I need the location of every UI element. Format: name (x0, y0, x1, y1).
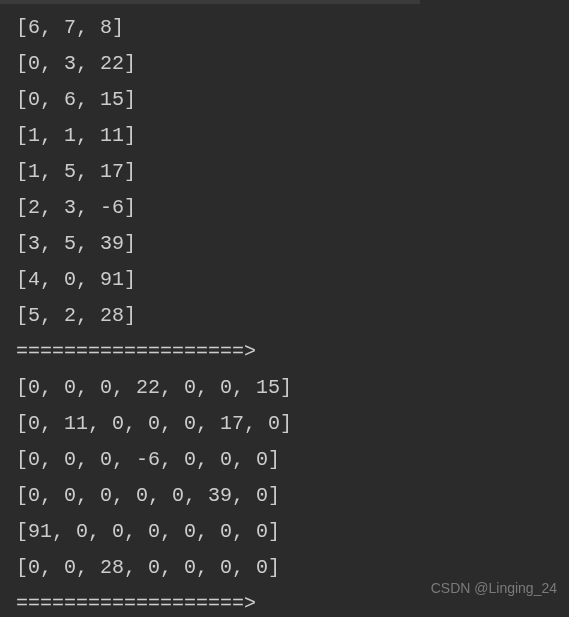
output-line: [6, 7, 8] (16, 10, 553, 46)
output-line: [3, 5, 39] (16, 226, 553, 262)
output-line: [0, 6, 15] (16, 82, 553, 118)
output-line: [0, 3, 22] (16, 46, 553, 82)
output-line: [0, 11, 0, 0, 0, 17, 0] (16, 406, 553, 442)
watermark-text: CSDN @Linging_24 (431, 576, 557, 601)
top-bar (0, 0, 420, 4)
output-line: [91, 0, 0, 0, 0, 0, 0] (16, 514, 553, 550)
output-line: [4, 0, 91] (16, 262, 553, 298)
output-line: [5, 2, 28] (16, 298, 553, 334)
output-line: ===================> (16, 334, 553, 370)
console-output: [6, 7, 8] [0, 3, 22] [0, 6, 15] [1, 1, 1… (16, 10, 553, 617)
output-line: [0, 0, 0, -6, 0, 0, 0] (16, 442, 553, 478)
output-line: [2, 3, -6] (16, 190, 553, 226)
output-line: [0, 0, 0, 22, 0, 0, 15] (16, 370, 553, 406)
output-line: [0, 0, 0, 0, 0, 39, 0] (16, 478, 553, 514)
output-line: [1, 1, 11] (16, 118, 553, 154)
output-line: [1, 5, 17] (16, 154, 553, 190)
